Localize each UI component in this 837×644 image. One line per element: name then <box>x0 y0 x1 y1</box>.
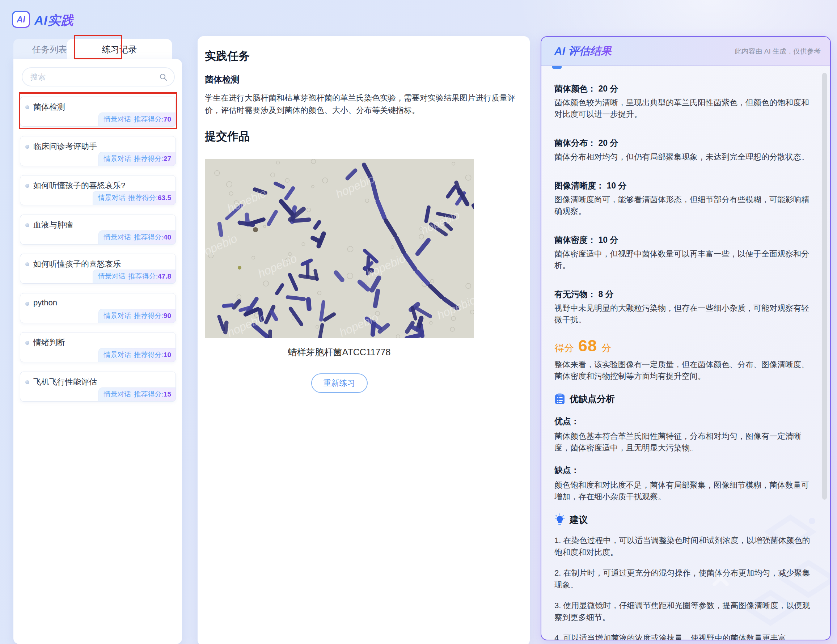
suggestion-2: 2. 在制片时，可通过更充分的混匀操作，使菌体分布更加均匀，减少聚集现象。 <box>555 567 815 591</box>
item-title: 如何听懂孩子的喜怒哀乐 <box>33 259 121 270</box>
list-item-emotion-judgment[interactable]: 情绪判断 情景对话推荐得分:10 <box>20 332 176 362</box>
item-title: 临床问诊考评助手 <box>33 141 97 152</box>
tab-practice-records[interactable]: 练习记录 <box>67 39 172 60</box>
item-title: python <box>33 298 57 308</box>
item-score-badge: 情景对话推荐得分:40 <box>98 231 176 244</box>
item-score-badge: 情景对话推荐得分:63.5 <box>93 191 176 205</box>
suggestion-4: 4. 可以适当增加菌液的浓度或涂抹量，使视野中的菌体数量更丰富。 <box>555 632 815 641</box>
app-logo: AI <box>12 11 30 28</box>
item-title: 如何听懂孩子的喜怒哀乐? <box>33 180 125 191</box>
analysis-heading: 优缺点分析 <box>555 393 817 405</box>
criterion-contamination: 有无污物： 8 分 视野中未见明显的大颗粒污染物，但存在一些细小杂质，可能对观察… <box>555 289 817 326</box>
evaluation-title: AI 评估结果 <box>555 44 612 59</box>
criterion-density: 菌体密度： 10 分 菌体密度适中，但视野中菌体数量可以再丰富一些，以便于全面观… <box>555 234 817 271</box>
evaluation-header: AI 评估结果 此内容由 AI 生成，仅供参考 <box>542 37 830 66</box>
item-title: 菌体检测 <box>33 102 65 113</box>
item-dot-icon <box>25 105 29 109</box>
list-item-blood-tumor[interactable]: 血液与肿瘤 情景对话推荐得分:40 <box>20 215 176 244</box>
item-score-badge: 情景对话推荐得分:47.8 <box>93 270 176 283</box>
item-score-badge: 情景对话推荐得分:15 <box>98 387 176 401</box>
evaluation-panel: AI 评估结果 此内容由 AI 生成，仅供参考 菌体颜色： 20 分 菌体颜色较… <box>541 36 831 641</box>
search-icon <box>159 73 167 81</box>
search-box[interactable] <box>22 67 175 87</box>
task-heading: 实践任务 <box>205 49 250 64</box>
item-score-badge: 情景对话推荐得分:10 <box>98 348 176 362</box>
item-dot-icon <box>25 184 29 188</box>
item-title: 情绪判断 <box>33 337 65 348</box>
list-item-child-emotions[interactable]: 如何听懂孩子的喜怒哀乐 情景对话推荐得分:47.8 <box>20 254 176 283</box>
list-item-clinical-assistant[interactable]: 临床问诊考评助手 情景对话推荐得分:27 <box>20 136 176 166</box>
evaluation-scrollbar[interactable] <box>822 73 827 500</box>
pros-label: 优点： <box>555 416 817 427</box>
cons-text: 颜色饱和度和对比度不足，菌体有局部聚集，图像细节模糊，菌体数量可增加，存在细小杂… <box>555 479 815 503</box>
cons-label: 缺点： <box>555 465 817 476</box>
item-dot-icon <box>25 341 29 345</box>
list-item-child-emotions-q[interactable]: 如何听懂孩子的喜怒哀乐? 情景对话推荐得分:63.5 <box>20 175 176 205</box>
item-dot-icon <box>25 223 29 227</box>
item-title: 飞机飞行性能评估 <box>33 377 97 387</box>
item-score-badge: 情景对话推荐得分:90 <box>98 309 176 323</box>
list-item-bacteria-detection[interactable]: 菌体检测 情景对话推荐得分:70 <box>20 97 176 127</box>
submission-image: hopebiohopebiohopebiohopebiohopebiohopeb… <box>205 159 474 338</box>
item-dot-icon <box>25 262 29 266</box>
task-name: 菌体检测 <box>205 74 519 85</box>
overall-summary: 整体来看，该实验图像有一定质量，但在菌体颜色、分布、图像清晰度、菌体密度和污物控… <box>555 359 815 382</box>
submission-heading: 提交作品 <box>205 129 250 144</box>
item-dot-icon <box>25 380 29 384</box>
search-input[interactable] <box>30 73 159 81</box>
retry-practice-button[interactable]: 重新练习 <box>311 374 368 393</box>
total-score: 得分 68 分 <box>555 336 817 355</box>
app-logo-text: AI <box>16 15 25 25</box>
item-score-badge: 情景对话推荐得分:27 <box>98 152 176 166</box>
suggestions-heading: 建议 <box>555 513 817 526</box>
clipped-section-icon <box>552 66 561 69</box>
page-title: AI实践 <box>34 12 74 29</box>
item-dot-icon <box>25 145 29 149</box>
lightbulb-icon <box>555 513 565 526</box>
bacteria-micrograph: hopebiohopebiohopebiohopebiohopebiohopeb… <box>205 159 474 338</box>
criterion-clarity: 图像清晰度： 10 分 图像清晰度尚可，能够看清菌体形态，但细节部分有些模糊，可… <box>555 180 817 217</box>
ai-disclaimer: 此内容由 AI 生成，仅供参考 <box>735 47 821 56</box>
clipboard-list-icon <box>555 393 565 405</box>
list-item-flight-performance[interactable]: 飞机飞行性能评估 情景对话推荐得分:15 <box>20 372 176 401</box>
task-panel: 实践任务 菌体检测 学生在进行大肠杆菌和枯草芽孢杆菌的革兰氏染色实验，需要对实验… <box>198 36 530 644</box>
image-caption: 蜡样芽胞杆菌ATCC11778 <box>205 346 474 358</box>
item-score-badge: 情景对话推荐得分:70 <box>98 113 176 127</box>
criterion-color: 菌体颜色： 20 分 菌体颜色较为清晰，呈现出典型的革兰氏阳性菌紫色，但颜色的饱… <box>555 83 817 120</box>
evaluation-body: 菌体颜色： 20 分 菌体颜色较为清晰，呈现出典型的革兰氏阳性菌紫色，但颜色的饱… <box>542 66 830 641</box>
task-description: 学生在进行大肠杆菌和枯草芽孢杆菌的革兰氏染色实验，需要对实验结果图片进行质量评价… <box>205 92 522 116</box>
suggestion-1: 1. 在染色过程中，可以适当调整染色时间和试剂浓度，以增强菌体颜色的饱和度和对比… <box>555 534 815 558</box>
item-dot-icon <box>25 302 29 306</box>
item-title: 血液与肿瘤 <box>33 220 73 231</box>
criterion-distribution: 菌体分布： 20 分 菌体分布相对均匀，但仍有局部聚集现象，未达到完全理想的分散… <box>555 138 817 163</box>
pros-text: 菌体颜色基本符合革兰氏阳性菌特征，分布相对均匀，图像有一定清晰度，菌体密度适中，… <box>555 431 815 454</box>
suggestion-3: 3. 使用显微镜时，仔细调节焦距和光圈等参数，提高图像清晰度，以便观察到更多细节… <box>555 600 815 623</box>
list-item-python[interactable]: python 情景对话推荐得分:90 <box>20 293 176 323</box>
